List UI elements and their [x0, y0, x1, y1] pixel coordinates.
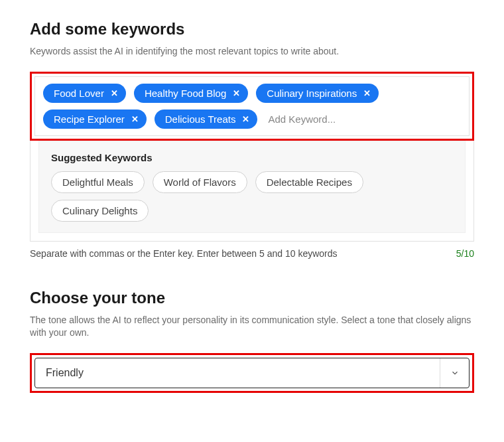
keywords-section: Add some keywords Keywords assist the AI… [30, 20, 474, 259]
close-icon[interactable]: ✕ [242, 115, 249, 123]
suggested-keyword[interactable]: World of Flavors [153, 171, 247, 193]
suggested-keywords-title: Suggested Keywords [51, 152, 453, 163]
suggested-keyword[interactable]: Delightful Meals [51, 171, 145, 193]
tone-description: The tone allows the AI to reflect your p… [30, 314, 474, 340]
keywords-helper-text: Separate with commas or the Enter key. E… [30, 248, 338, 259]
keywords-area: Food Lover ✕ Healthy Food Blog ✕ Culinar… [34, 76, 470, 136]
keyword-tag-label: Culinary Inspirations [267, 88, 357, 99]
keyword-tag-label: Food Lover [54, 88, 104, 99]
close-icon[interactable]: ✕ [131, 115, 139, 123]
keyword-input[interactable] [265, 110, 397, 129]
tone-section: Choose your tone The tone allows the AI … [30, 289, 474, 393]
close-icon[interactable]: ✕ [363, 89, 371, 98]
keyword-tag[interactable]: Culinary Inspirations ✕ [256, 84, 379, 103]
suggested-tags-container: Delightful Meals World of Flavors Delect… [51, 171, 453, 222]
keywords-counter: 5/10 [456, 248, 474, 259]
suggested-panel: Suggested Keywords Delightful Meals Worl… [38, 141, 466, 233]
keyword-tag-label: Recipe Explorer [54, 113, 125, 125]
suggested-keyword[interactable]: Culinary Delights [51, 200, 149, 222]
keywords-highlight-box: Food Lover ✕ Healthy Food Blog ✕ Culinar… [30, 72, 474, 141]
keywords-heading: Add some keywords [30, 20, 474, 38]
suggested-keywords-wrapper: Suggested Keywords Delightful Meals Worl… [30, 141, 474, 242]
keywords-helper-row: Separate with commas or the Enter key. E… [30, 248, 474, 259]
keyword-tag[interactable]: Food Lover ✕ [43, 84, 126, 103]
chevron-down-icon[interactable] [440, 358, 469, 388]
keyword-tag[interactable]: Recipe Explorer ✕ [43, 110, 147, 129]
tone-heading: Choose your tone [30, 289, 474, 307]
keyword-tags-container[interactable]: Food Lover ✕ Healthy Food Blog ✕ Culinar… [35, 77, 469, 135]
keyword-tag-label: Delicious Treats [165, 113, 236, 125]
keywords-description: Keywords assist the AI in identifying th… [30, 45, 474, 58]
close-icon[interactable]: ✕ [111, 89, 118, 98]
tone-highlight-box: Friendly [30, 353, 474, 393]
keyword-tag[interactable]: Healthy Food Blog ✕ [134, 84, 248, 103]
keyword-tag[interactable]: Delicious Treats ✕ [155, 110, 258, 129]
keyword-tag-label: Healthy Food Blog [145, 88, 226, 99]
tone-select[interactable]: Friendly [34, 358, 470, 388]
close-icon[interactable]: ✕ [233, 89, 240, 98]
tone-select-value: Friendly [35, 367, 94, 379]
suggested-keyword[interactable]: Delectable Recipes [255, 171, 363, 193]
